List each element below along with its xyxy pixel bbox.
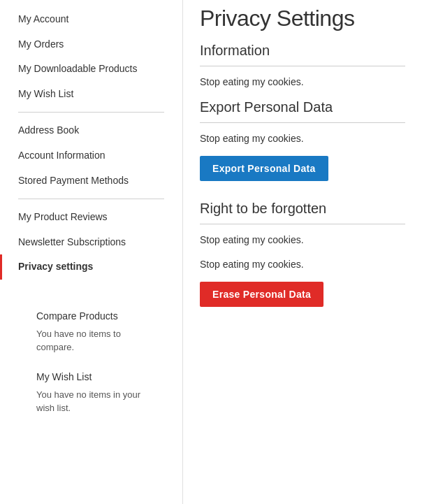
- sidebar-divider-2: [18, 199, 164, 199]
- sidebar: My Account My Orders My Downloadable Pro…: [0, 0, 183, 504]
- sidebar-item-privacy-settings[interactable]: Privacy settings: [0, 254, 182, 280]
- compare-products-title: Compare Products: [18, 301, 164, 324]
- sidebar-item-my-wish-list[interactable]: My Wish List: [0, 82, 182, 107]
- information-text: Stop eating my cookies.: [200, 75, 405, 89]
- sidebar-item-my-account[interactable]: My Account: [0, 7, 182, 32]
- page-title: Privacy Settings: [200, 0, 405, 43]
- export-personal-data-button[interactable]: Export Personal Data: [200, 156, 328, 181]
- export-personal-data-text: Stop eating my cookies.: [200, 131, 405, 146]
- information-section: Information Stop eating my cookies.: [200, 43, 405, 89]
- sidebar-item-newsletter-subscriptions[interactable]: Newsletter Subscriptions: [0, 230, 182, 255]
- erase-personal-data-button[interactable]: Erase Personal Data: [200, 282, 323, 307]
- wish-list-widget-empty: You have no items in your wish list.: [18, 385, 164, 422]
- right-to-be-forgotten-text1: Stop eating my cookies.: [200, 233, 405, 247]
- compare-products-empty: You have no items to compare.: [18, 324, 164, 361]
- sidebar-item-address-book[interactable]: Address Book: [0, 118, 182, 143]
- sidebar-item-my-product-reviews[interactable]: My Product Reviews: [0, 205, 182, 230]
- export-personal-data-section: Export Personal Data Stop eating my cook…: [200, 99, 405, 194]
- sidebar-group-1: My Account My Orders My Downloadable Pro…: [0, 7, 182, 106]
- wish-list-widget-title: My Wish List: [18, 361, 164, 385]
- export-personal-data-heading: Export Personal Data: [200, 99, 405, 123]
- right-to-be-forgotten-text2: Stop eating my cookies.: [200, 257, 405, 272]
- main-content: Privacy Settings Information Stop eating…: [183, 0, 422, 504]
- sidebar-item-account-information[interactable]: Account Information: [0, 143, 182, 168]
- sidebar-item-my-downloadable-products[interactable]: My Downloadable Products: [0, 57, 182, 82]
- right-to-be-forgotten-section: Right to be forgotten Stop eating my coo…: [200, 201, 405, 319]
- sidebar-divider-1: [18, 112, 164, 113]
- sidebar-item-stored-payment-methods[interactable]: Stored Payment Methods: [0, 168, 182, 194]
- sidebar-group-2: Address Book Account Information Stored …: [0, 118, 182, 193]
- sidebar-group-3: My Product Reviews Newsletter Subscripti…: [0, 205, 182, 280]
- right-to-be-forgotten-heading: Right to be forgotten: [200, 201, 405, 224]
- sidebar-item-my-orders[interactable]: My Orders: [0, 32, 182, 57]
- information-heading: Information: [200, 43, 405, 66]
